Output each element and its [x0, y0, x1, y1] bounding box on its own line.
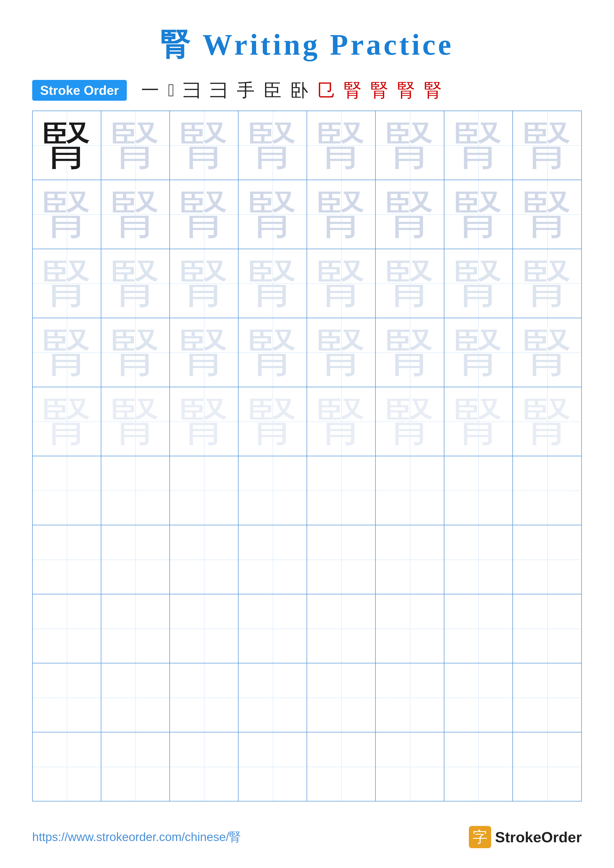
grid-cell-2-5[interactable]: 腎: [307, 180, 376, 249]
grid-cell-9-6[interactable]: [376, 663, 445, 732]
grid-cell-1-2[interactable]: 腎: [101, 111, 170, 180]
grid-cell-3-4[interactable]: 腎: [238, 249, 307, 318]
grid-cell-9-5[interactable]: [307, 663, 376, 732]
grid-cell-6-4[interactable]: [238, 456, 307, 525]
char-guide: 腎: [522, 259, 572, 308]
grid-cell-9-8[interactable]: [513, 663, 581, 732]
grid-cell-10-5[interactable]: [307, 732, 376, 801]
grid-cell-3-2[interactable]: 腎: [101, 249, 170, 318]
grid-cell-3-3[interactable]: 腎: [170, 249, 238, 318]
grid-cell-10-8[interactable]: [513, 732, 581, 801]
grid-cell-8-3[interactable]: [170, 594, 238, 663]
grid-cell-9-2[interactable]: [101, 663, 170, 732]
grid-cell-10-3[interactable]: [170, 732, 238, 801]
grid-cell-3-5[interactable]: 腎: [307, 249, 376, 318]
brand-name: StrokeOrder: [495, 829, 582, 846]
grid-cell-8-6[interactable]: [376, 594, 445, 663]
grid-cell-8-7[interactable]: [445, 594, 513, 663]
grid-cell-5-8[interactable]: 腎: [513, 387, 581, 456]
grid-cell-3-8[interactable]: 腎: [513, 249, 581, 318]
grid-cell-7-2[interactable]: [101, 525, 170, 594]
grid-cell-5-4[interactable]: 腎: [238, 387, 307, 456]
grid-cell-2-8[interactable]: 腎: [513, 180, 581, 249]
grid-cell-4-4[interactable]: 腎: [238, 318, 307, 387]
grid-cell-5-6[interactable]: 腎: [376, 387, 445, 456]
grid-cell-7-7[interactable]: [445, 525, 513, 594]
grid-cell-6-8[interactable]: [513, 456, 581, 525]
footer-url[interactable]: https://www.strokeorder.com/chinese/腎: [32, 829, 241, 845]
grid-cell-9-4[interactable]: [238, 663, 307, 732]
stroke-6: 臣: [259, 81, 286, 99]
grid-cell-8-5[interactable]: [307, 594, 376, 663]
grid-cell-6-3[interactable]: [170, 456, 238, 525]
char-guide: 腎: [385, 190, 435, 239]
grid-cell-6-6[interactable]: [376, 456, 445, 525]
grid-cell-4-5[interactable]: 腎: [307, 318, 376, 387]
grid-cell-3-6[interactable]: 腎: [376, 249, 445, 318]
char-guide: 腎: [385, 397, 435, 446]
grid-cell-10-7[interactable]: [445, 732, 513, 801]
grid-cell-4-8[interactable]: 腎: [513, 318, 581, 387]
grid-cell-5-2[interactable]: 腎: [101, 387, 170, 456]
grid-cell-4-2[interactable]: 腎: [101, 318, 170, 387]
grid-cell-1-3[interactable]: 腎: [170, 111, 238, 180]
char-guide: 腎: [385, 121, 435, 170]
grid-row-4: 腎 腎 腎 腎 腎 腎 腎 腎: [33, 318, 581, 387]
grid-cell-2-7[interactable]: 腎: [445, 180, 513, 249]
char-guide: 腎: [111, 121, 160, 170]
grid-cell-1-8[interactable]: 腎: [513, 111, 581, 180]
grid-cell-3-1[interactable]: 腎: [33, 249, 101, 318]
grid-cell-5-3[interactable]: 腎: [170, 387, 238, 456]
char-guide: 腎: [111, 328, 160, 377]
char-guide: 腎: [317, 259, 366, 308]
grid-cell-4-7[interactable]: 腎: [445, 318, 513, 387]
grid-cell-10-4[interactable]: [238, 732, 307, 801]
grid-cell-7-6[interactable]: [376, 525, 445, 594]
grid-cell-7-3[interactable]: [170, 525, 238, 594]
grid-cell-5-1[interactable]: 腎: [33, 387, 101, 456]
grid-cell-1-1[interactable]: 腎: [33, 111, 101, 180]
grid-cell-7-8[interactable]: [513, 525, 581, 594]
stroke-2: 𠃌: [163, 81, 179, 99]
grid-cell-10-6[interactable]: [376, 732, 445, 801]
grid-cell-7-4[interactable]: [238, 525, 307, 594]
grid-cell-7-1[interactable]: [33, 525, 101, 594]
grid-cell-4-1[interactable]: 腎: [33, 318, 101, 387]
grid-cell-2-2[interactable]: 腎: [101, 180, 170, 249]
grid-cell-9-1[interactable]: [33, 663, 101, 732]
grid-cell-2-4[interactable]: 腎: [238, 180, 307, 249]
grid-cell-6-2[interactable]: [101, 456, 170, 525]
grid-cell-10-2[interactable]: [101, 732, 170, 801]
grid-cell-6-5[interactable]: [307, 456, 376, 525]
grid-cell-8-8[interactable]: [513, 594, 581, 663]
grid-cell-9-3[interactable]: [170, 663, 238, 732]
grid-cell-2-1[interactable]: 腎: [33, 180, 101, 249]
grid-cell-7-5[interactable]: [307, 525, 376, 594]
grid-cell-6-7[interactable]: [445, 456, 513, 525]
grid-cell-4-3[interactable]: 腎: [170, 318, 238, 387]
grid-cell-2-6[interactable]: 腎: [376, 180, 445, 249]
grid-cell-1-5[interactable]: 腎: [307, 111, 376, 180]
grid-cell-5-5[interactable]: 腎: [307, 387, 376, 456]
grid-cell-1-4[interactable]: 腎: [238, 111, 307, 180]
grid-cell-4-6[interactable]: 腎: [376, 318, 445, 387]
grid-cell-5-7[interactable]: 腎: [445, 387, 513, 456]
char-guide: 腎: [454, 397, 503, 446]
grid-cell-8-1[interactable]: [33, 594, 101, 663]
grid-cell-1-6[interactable]: 腎: [376, 111, 445, 180]
grid-cell-1-7[interactable]: 腎: [445, 111, 513, 180]
char-guide: 腎: [317, 328, 366, 377]
grid-row-2: 腎 腎 腎 腎 腎 腎 腎 腎: [33, 180, 581, 249]
grid-cell-8-2[interactable]: [101, 594, 170, 663]
grid-cell-8-4[interactable]: [238, 594, 307, 663]
grid-cell-3-7[interactable]: 腎: [445, 249, 513, 318]
grid-cell-2-3[interactable]: 腎: [170, 180, 238, 249]
page-title: 腎 Writing Practice: [0, 0, 614, 80]
title-text: Writing Practice: [202, 28, 454, 61]
title-char: 腎: [160, 28, 193, 61]
char-guide: 腎: [248, 121, 297, 170]
grid-cell-9-7[interactable]: [445, 663, 513, 732]
grid-cell-10-1[interactable]: [33, 732, 101, 801]
grid-row-10: [33, 732, 581, 801]
grid-cell-6-1[interactable]: [33, 456, 101, 525]
